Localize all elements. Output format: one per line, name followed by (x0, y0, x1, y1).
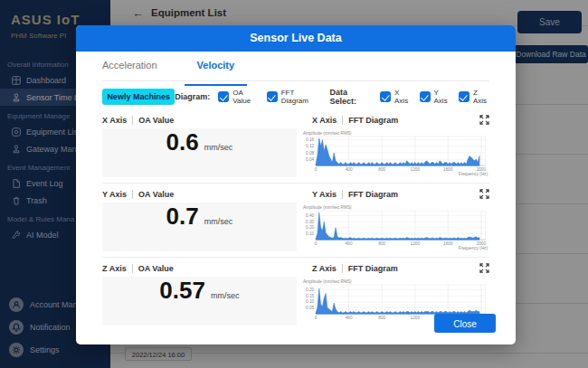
data-select-label: Data Select: (330, 88, 373, 106)
svg-text:400: 400 (346, 316, 353, 320)
sensor-live-data-modal: Sensor Live Data Acceleration Velocity N… (76, 25, 516, 344)
svg-text:1600: 1600 (443, 241, 453, 246)
checkbox-z-axis[interactable]: Z Axis (459, 89, 489, 105)
svg-text:Frequency (Hz): Frequency (Hz) (459, 246, 488, 250)
checkbox-fft-diagram[interactable]: FFT Diagram (267, 89, 318, 105)
svg-text:1200: 1200 (410, 167, 420, 172)
section-z-axis: Z Axis OA Value Z Axis FFT Diagram (102, 257, 489, 326)
checkbox-checked-icon[interactable] (459, 91, 469, 102)
svg-text:0: 0 (315, 316, 318, 320)
svg-text:0.10: 0.10 (306, 231, 315, 236)
svg-text:400: 400 (346, 167, 353, 172)
axis-label: X Axis (102, 116, 127, 125)
tab-velocity[interactable]: Velocity (197, 60, 235, 80)
svg-text:0: 0 (315, 241, 318, 246)
machine-selector-chip[interactable]: Newly Machines (102, 89, 175, 105)
fft-diagram-label: FFT Diagram (348, 190, 398, 199)
divider (342, 264, 343, 273)
svg-text:800: 800 (378, 167, 385, 172)
expand-fullscreen-icon[interactable] (479, 189, 489, 199)
checkbox-checked-icon[interactable] (218, 91, 229, 102)
fft-chart-y: 0.100.200.300.400400800120016002000Ampli… (301, 203, 489, 251)
tab-acceleration[interactable]: Acceleration (102, 60, 157, 80)
checkbox-y-axis[interactable]: Y Axis (420, 89, 450, 105)
fft-chart-x: 0.040.080.120.160400800120016002000Ampli… (301, 128, 489, 177)
oa-value-label: OA Value (138, 264, 174, 273)
svg-text:0.15: 0.15 (306, 294, 315, 298)
oa-value-y: 0.7 (166, 203, 199, 231)
oa-value-box-x: 0.6 mm/sec (102, 128, 297, 177)
oa-unit: mm/sec (211, 291, 240, 300)
checkbox-checked-icon[interactable] (267, 91, 278, 102)
modal-body: Acceleration Velocity Newly Machines Dia… (76, 52, 516, 344)
svg-text:800: 800 (378, 316, 385, 320)
checkbox-label: OA Value (232, 89, 258, 105)
axis-label: Z Axis (312, 264, 337, 273)
checkbox-label: FFT Diagram (281, 89, 318, 105)
divider (132, 116, 133, 125)
svg-text:Amplitude (mm/sec RMS): Amplitude (mm/sec RMS) (303, 279, 352, 284)
svg-text:0: 0 (315, 167, 318, 172)
checkbox-checked-icon[interactable] (380, 91, 391, 102)
checkbox-label: Z Axis (473, 89, 489, 105)
axis-label: Y Axis (102, 190, 127, 199)
svg-text:1600: 1600 (443, 167, 453, 172)
checkbox-label: X Axis (394, 89, 412, 105)
oa-value-label: OA Value (138, 116, 174, 125)
modal-title: Sensor Live Data (76, 25, 516, 52)
checkbox-checked-icon[interactable] (420, 91, 431, 102)
oa-value-z: 0.57 (159, 277, 205, 305)
section-y-axis: Y Axis OA Value Y Axis FFT Diagram (102, 183, 489, 251)
phm-application-window: ← Equipment List Save Download Raw Data … (0, 0, 588, 368)
svg-text:0.16: 0.16 (306, 137, 315, 142)
oa-unit: mm/sec (204, 217, 233, 226)
svg-text:0.20: 0.20 (306, 288, 315, 292)
divider (342, 116, 343, 125)
oa-value-box-y: 0.7 mm/sec (102, 203, 297, 251)
expand-fullscreen-icon[interactable] (479, 115, 489, 125)
axis-label: X Axis (312, 116, 337, 125)
checkbox-oa-value[interactable]: OA Value (218, 89, 258, 105)
expand-fullscreen-icon[interactable] (479, 263, 489, 273)
svg-text:Frequency (Hz): Frequency (Hz) (459, 172, 488, 176)
diagram-label: Diagram: (175, 92, 210, 101)
svg-text:0.05: 0.05 (306, 306, 315, 310)
controls-row: Newly Machines Diagram: OA Value FFT Dia… (102, 89, 489, 105)
divider (132, 264, 133, 273)
oa-value-box-z: 0.57 mm/sec (102, 277, 297, 326)
checkbox-x-axis[interactable]: X Axis (380, 89, 412, 105)
fft-diagram-label: FFT Diagram (348, 264, 398, 273)
axis-label: Z Axis (102, 264, 127, 273)
axis-sections: X Axis OA Value X Axis FFT Diagram (102, 109, 489, 326)
tab-bar: Acceleration Velocity (102, 52, 489, 81)
axis-label: Y Axis (312, 190, 337, 199)
close-button[interactable]: Close (434, 314, 496, 333)
checkbox-label: Y Axis (434, 89, 450, 105)
svg-text:0.40: 0.40 (306, 213, 315, 218)
divider (342, 190, 343, 199)
svg-text:Amplitude (mm/sec RMS): Amplitude (mm/sec RMS) (303, 205, 352, 210)
svg-text:0.08: 0.08 (306, 151, 315, 156)
section-x-axis: X Axis OA Value X Axis FFT Diagram (102, 109, 489, 177)
svg-text:400: 400 (346, 241, 353, 246)
oa-value-x: 0.6 (166, 128, 199, 156)
svg-text:0.20: 0.20 (306, 225, 315, 230)
fft-diagram-label: FFT Diagram (348, 116, 398, 125)
svg-text:0.30: 0.30 (306, 220, 315, 224)
svg-text:Amplitude (mm/sec RMS): Amplitude (mm/sec RMS) (303, 131, 352, 136)
oa-value-label: OA Value (138, 190, 174, 199)
svg-text:1200: 1200 (410, 316, 420, 320)
svg-text:0.10: 0.10 (306, 299, 315, 304)
svg-text:0.12: 0.12 (306, 144, 315, 148)
divider (132, 190, 133, 199)
oa-unit: mm/sec (204, 143, 233, 152)
svg-text:1200: 1200 (410, 241, 420, 246)
svg-text:800: 800 (378, 241, 385, 246)
svg-text:0.04: 0.04 (306, 157, 315, 162)
